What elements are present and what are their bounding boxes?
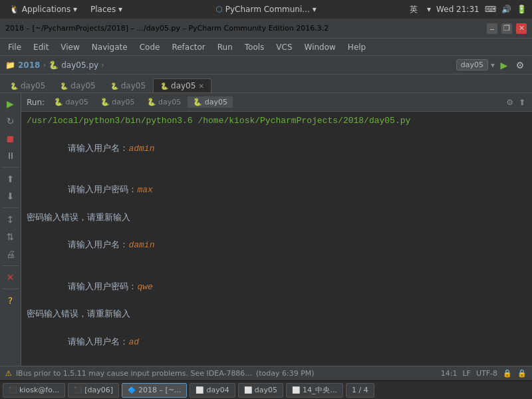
taskbar-14-label: 14_中央... — [303, 385, 337, 395]
window-title: PyCharm Communi... — [225, 5, 310, 14]
taskbar-day06[interactable]: ⬛ [day06] — [68, 383, 119, 398]
tab-label-4: day05 — [171, 81, 196, 90]
sidebar-warning-button[interactable]: ? — [3, 293, 19, 309]
tab-day05-1[interactable]: 🐍 day05 — [3, 78, 53, 92]
sidebar-stop-button[interactable]: ◼ — [3, 130, 19, 146]
line-ending[interactable]: LF — [462, 369, 470, 378]
minimize-button[interactable]: – — [487, 23, 497, 34]
text-icon-3: ⬜ — [292, 386, 300, 394]
status-right: 14:1 LF UTF-8 🔒 🔒 — [441, 369, 527, 378]
sidebar-down-button[interactable]: ⬇ — [3, 188, 19, 204]
encoding[interactable]: UTF-8 — [476, 369, 497, 378]
sidebar-print-button[interactable]: 🖨 — [3, 246, 19, 262]
places-chevron: ▾ — [118, 5, 122, 14]
run-tab-4[interactable]: 🐍 day05 — [188, 96, 233, 108]
sidebar-run-button[interactable]: ▶ — [3, 96, 19, 112]
menu-navigate[interactable]: Navigate — [86, 41, 133, 53]
taskbar-page[interactable]: 1 / 4 — [346, 383, 374, 398]
breadcrumb-file[interactable]: day05.py — [61, 61, 98, 70]
volume-icon: 🔊 — [501, 5, 511, 14]
system-bar: 🐧 Applications ▾ Places ▾ ⬡ PyCharm Comm… — [0, 0, 532, 19]
debug-button[interactable]: ⚙ — [513, 59, 527, 72]
sidebar-pause-button[interactable]: ⏸ — [3, 148, 19, 164]
apps-chevron: ▾ — [73, 5, 77, 14]
console-area[interactable]: /usr/local/python3/bin/python3.6 /home/k… — [21, 112, 532, 366]
taskbar-terminal[interactable]: ⬛ kiosk@fo... — [3, 383, 65, 398]
breadcrumb: 📁 2018 › 🐍 day05.py › — [5, 61, 104, 70]
taskbar-day05-label: day05 — [255, 386, 277, 394]
folder-icon: 📁 — [5, 61, 15, 70]
status-warning-text[interactable]: IBus prior to 1.5.11 may cause input pro… — [16, 369, 252, 378]
console-path-line: /usr/local/python3/bin/python3.6 /home/k… — [27, 114, 527, 128]
tab-icon-2: 🐍 — [60, 82, 68, 90]
close-button[interactable]: ✕ — [516, 23, 527, 34]
taskbar-14[interactable]: ⬜ 14_中央... — [286, 383, 343, 398]
taskbar-terminal-label: kiosk@fo... — [19, 386, 59, 394]
tab-icon-3: 🐍 — [110, 82, 118, 90]
file-manager-icon: ⬛ — [74, 386, 82, 394]
pycharm-icon: ⬡ — [215, 5, 222, 14]
tabs-bar: 🐍 day05 🐍 day05 🐍 day05 🐍 day05 ✕ — [0, 74, 532, 93]
menu-vcs[interactable]: VCS — [271, 41, 297, 53]
tab-close-icon[interactable]: ✕ — [198, 82, 203, 90]
menu-tools[interactable]: Tools — [239, 41, 270, 53]
places-menu[interactable]: Places ▾ — [86, 3, 126, 15]
sidebar-up-button[interactable]: ⬆ — [3, 171, 19, 187]
title-bar: 2018 – [~/PycharmProjects/2018] – .../da… — [0, 19, 532, 39]
menu-code[interactable]: Code — [134, 41, 166, 53]
taskbar-day04-label: day04 — [206, 386, 229, 394]
apps-menu[interactable]: 🐧 Applications ▾ — [5, 3, 81, 15]
lock-icon: 🔒 — [503, 369, 512, 378]
keyboard-icon: ⌨ — [485, 5, 496, 14]
tab-label-3: day05 — [121, 81, 146, 90]
file-icon: 🐍 — [49, 61, 59, 70]
run-tab-3[interactable]: 🐍 day05 — [142, 96, 187, 108]
sidebar-clear-button[interactable]: ✕ — [3, 269, 19, 285]
run-panel-header: Run: 🐍 day05 🐍 day05 🐍 day05 🐍 day05 ⚙ ⬆ — [21, 93, 532, 112]
tab-day05-4[interactable]: 🐍 day05 ✕ — [153, 78, 211, 92]
content-wrapper: Run: 🐍 day05 🐍 day05 🐍 day05 🐍 day05 ⚙ ⬆… — [21, 93, 532, 366]
console-line-2: 请输入用户密码：max — [27, 170, 527, 211]
title-text: 2018 – [~/PycharmProjects/2018] – .../da… — [5, 24, 329, 33]
run-config-selector[interactable]: day05 — [456, 59, 488, 70]
menu-file[interactable]: File — [3, 41, 27, 53]
taskbar-day05[interactable]: ⬜ day05 — [238, 383, 283, 398]
run-panel-icons: ⚙ ⬆ — [505, 96, 527, 108]
run-config-area: day05 ▾ ▶ ⚙ — [456, 59, 527, 72]
taskbar: ⬛ kiosk@fo... ⬛ [day06] 🔷 2018 – [~... ⬜… — [0, 380, 532, 399]
menu-run[interactable]: Run — [212, 41, 238, 53]
menu-help[interactable]: Help — [342, 41, 371, 53]
breadcrumb-folder[interactable]: 2018 — [18, 61, 40, 70]
lang-label[interactable]: 英 — [406, 3, 422, 17]
menu-edit[interactable]: Edit — [28, 41, 54, 53]
menu-view[interactable]: View — [55, 41, 84, 53]
text-icon: ⬜ — [196, 386, 203, 394]
restore-button[interactable]: ❐ — [501, 23, 512, 34]
text-icon-2: ⬜ — [244, 386, 252, 394]
pycharm-taskbar-icon: 🔷 — [128, 386, 136, 394]
status-left: ⚠ IBus prior to 1.5.11 may cause input p… — [5, 369, 315, 378]
tab-icon-4: 🐍 — [160, 82, 168, 90]
run-button[interactable]: ▶ — [497, 59, 511, 72]
menu-refactor[interactable]: Refactor — [166, 41, 210, 53]
sidebar-rerun-button[interactable]: ↻ — [3, 113, 19, 129]
taskbar-pycharm[interactable]: 🔷 2018 – [~... — [122, 383, 188, 398]
run-tab-1[interactable]: 🐍 day05 — [49, 96, 94, 108]
tab-day05-2[interactable]: 🐍 day05 — [53, 78, 102, 92]
settings-panel-icon[interactable]: ⚙ — [505, 96, 515, 108]
tab-label-1: day05 — [21, 81, 45, 90]
clock: Wed 21:31 — [436, 5, 479, 14]
console-line-4: 请输入用户名：damin — [27, 225, 527, 266]
taskbar-page-label: 1 / 4 — [352, 386, 368, 394]
menu-window[interactable]: Window — [299, 41, 341, 53]
run-tab-2[interactable]: 🐍 day05 — [95, 96, 140, 108]
taskbar-day04[interactable]: ⬜ day04 — [190, 383, 235, 398]
sidebar-scroll-button[interactable]: ↕ — [3, 211, 19, 227]
taskbar-day06-label: [day06] — [84, 386, 113, 394]
cursor-position[interactable]: 14:1 — [441, 369, 458, 378]
sidebar-soft-wrap-button[interactable]: ⇅ — [3, 229, 19, 245]
status-time: (today 6:39 PM) — [256, 369, 315, 378]
tab-day05-3[interactable]: 🐍 day05 — [103, 78, 153, 92]
console-line-7: 请输入用户名：ad — [27, 322, 527, 363]
expand-panel-icon[interactable]: ⬆ — [517, 96, 527, 108]
